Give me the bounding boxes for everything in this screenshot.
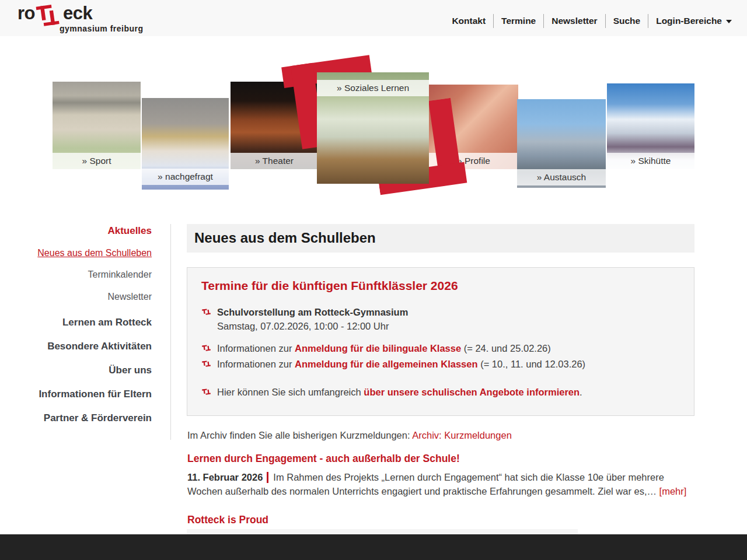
site-footer [0,534,747,560]
archive-text: Im Archiv finden Sie alle bisherigen Kur… [187,430,412,440]
row-suffix: (= 24. und 25.02.26) [461,343,551,354]
nav-kontakt[interactable]: Kontakt [452,16,486,26]
anmeldung-bilinguale-klasse-link[interactable]: Anmeldung für die bilinguale Klasse [295,343,461,354]
nav-termine[interactable]: Termine [501,16,536,26]
rotteck-logo[interactable]: ro eck gymnasium freiburg [18,4,144,33]
sidebar-nav: Aktuelles Neues aus dem Schulleben Termi… [23,225,152,436]
infobox-link-row: Informationen zur Anmeldung für die allg… [201,358,680,372]
row-prefix: Informationen zur [217,359,295,369]
nav-separator [543,14,544,28]
gallery-link-theater[interactable]: » Theater [231,153,318,169]
rotteck-bullet-icon [201,360,213,368]
site-header: ro eck gymnasium freiburg Kontakt Termin… [0,0,747,36]
nav-login-label: Login-Bereiche [656,16,722,26]
page-title-band: Neues aus dem Schulleben [187,224,694,253]
nav-newsletter[interactable]: Newsletter [551,16,597,26]
main-content: Neues aus dem Schulleben Termine für die… [187,224,694,546]
archive-line: Im Archiv finden Sie alle bisherigen Kur… [187,430,694,441]
rotteck-bullet-icon [201,344,213,352]
row-prefix: Hier können Sie sich umfangreich [217,387,364,397]
anmeldung-allgemeine-klassen-link[interactable]: Anmeldung für die allgemeinen Klassen [295,359,478,369]
chevron-down-icon [726,20,732,23]
logo-subtitle: gymnasium freiburg [60,24,144,33]
gallery-link-sport[interactable]: » Sport [53,153,141,169]
nav-suche[interactable]: Suche [613,16,641,26]
sidebar-divider [170,224,171,440]
termine-infobox: Termine für die künftigen Fünftklässler … [187,267,694,416]
event-title: Schulvorstellung am Rotteck-Gymnasium [217,307,408,317]
rotteck-double-t-icon [36,4,62,28]
page-title: Neues aus dem Schulleben [194,230,687,246]
gallery-link-soziales-lernen[interactable]: » Soziales Lernen [317,80,429,96]
news-title[interactable]: Rotteck is Proud [187,514,694,526]
gallery-link-austausch[interactable]: » Austausch [517,169,606,186]
rotteck-bullet-icon [201,388,213,396]
news-title[interactable]: Lernen durch Engagement - auch außerhalb… [187,453,694,465]
sidebar-item-aktuelles[interactable]: Aktuelles [23,225,152,237]
nav-separator [648,14,648,28]
next-section-sliver [187,529,578,534]
news-body: 11. Februar 2026Im Rahmen des Projekts „… [187,471,694,499]
infobox-link-row: Informationen zur Anmeldung für die bili… [201,342,680,356]
date-separator-bar [267,472,268,483]
sidebar-item-informationen-fuer-eltern[interactable]: Informationen für Eltern [23,388,152,401]
event-datetime: Samstag, 07.02.2026, 10:00 - 12:00 Uhr [217,320,680,334]
gallery-photo-nachgefragt[interactable]: » nachgefragt [142,98,229,190]
sidebar-item-partner-foerderverein[interactable]: Partner & Förderverein [23,412,152,425]
nav-separator [605,14,606,28]
top-nav: Kontakt Termine Newsletter Suche Login-B… [452,14,732,28]
sidebar-item-neues-aus-dem-schulleben[interactable]: Neues aus dem Schulleben [23,247,152,260]
infobox-link-row: Hier können Sie sich umfangreich über un… [201,386,680,400]
row-prefix: Informationen zur [217,343,295,354]
mehr-link[interactable]: [mehr] [659,486,687,496]
sidebar-item-terminkalender[interactable]: Terminkalender [23,268,152,281]
logo-text-prefix: ro [18,4,35,23]
schulische-angebote-link[interactable]: über unsere schulischen Angebote informi… [364,387,580,397]
gallery-photo-austausch[interactable]: » Austausch [517,99,606,188]
infobox-event: Schulvorstellung am Rotteck-Gymnasium Sa… [201,306,680,334]
rotteck-bullet-icon [201,308,213,316]
news-item: Lernen durch Engagement - auch außerhalb… [187,453,694,499]
sidebar-item-besondere-aktivitaeten[interactable]: Besondere Aktivitäten [23,340,152,354]
gallery-link-nachgefragt[interactable]: » nachgefragt [142,169,229,185]
nav-login-bereiche-dropdown[interactable]: Login-Bereiche [656,16,732,26]
gallery-photo-sport[interactable]: » Sport [53,82,141,169]
infobox-title: Termine für die künftigen Fünftklässler … [201,279,680,293]
gallery-link-skihuette[interactable]: » Skihütte [607,153,694,169]
archiv-kurzmeldungen-link[interactable]: Archiv: Kurzmeldungen [412,430,512,440]
news-date: 11. Februar 2026 [187,472,263,482]
sidebar-item-newsletter[interactable]: Newsletter [23,290,152,303]
row-suffix: . [580,387,582,397]
logo-text-suffix: eck [63,4,92,23]
gallery-photo-skihuette[interactable]: » Skihütte [607,83,694,169]
sidebar-item-lernen-am-rotteck[interactable]: Lernen am Rotteck [23,316,152,330]
gallery-photo-soziales-lernen[interactable]: » Soziales Lernen [317,72,429,184]
sidebar-item-ueber-uns[interactable]: Über uns [23,364,152,377]
nav-separator [493,14,494,28]
row-suffix: (= 10., 11. und 12.03.26) [478,359,586,369]
